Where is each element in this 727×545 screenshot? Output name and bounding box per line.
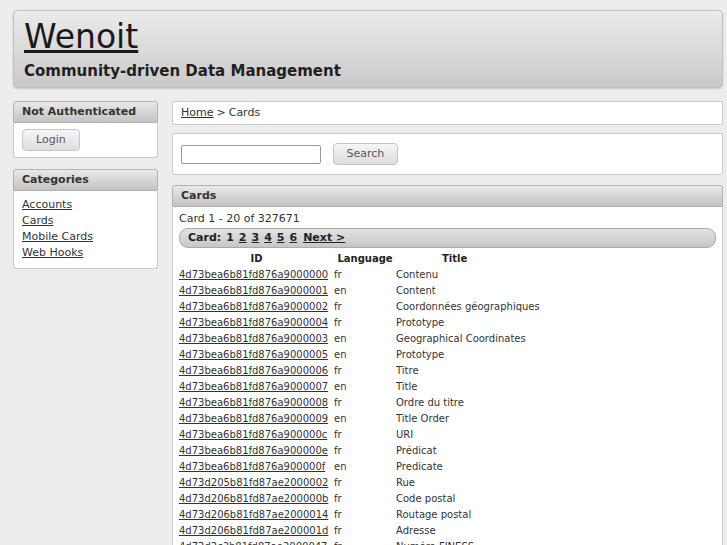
table-row: 4d73bea6b81fd876a9000008frOrdre du titre [179,394,581,410]
card-language: fr [334,266,396,282]
table-row: 4d73d206b81fd87ae200001dfrAdresse [179,522,581,538]
pagination-next-link[interactable]: Next > [303,231,345,244]
card-language: fr [334,362,396,378]
auth-panel-body: Login [13,123,158,158]
search-bar: Search [172,133,723,175]
card-language: en [334,458,396,474]
card-id-link[interactable]: 4d73d2c2b81fd87ae2000047 [179,541,328,545]
card-id-link[interactable]: 4d73bea6b81fd876a900000e [179,445,328,456]
card-id-link[interactable]: 4d73bea6b81fd876a9000007 [179,381,328,392]
breadcrumb-separator: > [216,106,225,119]
table-row: 4d73bea6b81fd876a9000005enPrototype [179,346,581,362]
card-language: fr [334,298,396,314]
cards-table-body: 4d73bea6b81fd876a9000000frContenu4d73bea… [179,266,581,545]
card-language: fr [334,442,396,458]
breadcrumb-home-link[interactable]: Home [181,106,213,119]
card-id-link[interactable]: 4d73bea6b81fd876a9000000 [179,269,328,280]
categories-list: AccountsCardsMobile CardsWeb Hooks [13,191,158,269]
card-language: en [334,282,396,298]
pagination: Card:123456Next > [179,228,716,248]
table-row: 4d73bea6b81fd876a9000001enContent [179,282,581,298]
search-input[interactable] [181,145,321,164]
cards-table-header-row: ID Language Title [179,250,581,266]
card-title: Prototype [396,314,581,330]
table-row: 4d73bea6b81fd876a9000003enGeographical C… [179,330,581,346]
card-id-link[interactable]: 4d73bea6b81fd876a9000002 [179,301,328,312]
column-header-language: Language [334,250,396,266]
pagination-current-page: 1 [226,231,234,244]
table-row: 4d73bea6b81fd876a9000000frContenu [179,266,581,282]
card-title: Content [396,282,581,298]
sidebar-item-mobile-cards[interactable]: Mobile Cards [22,230,149,243]
categories-panel: Categories AccountsCardsMobile CardsWeb … [13,169,158,269]
card-id-link[interactable]: 4d73bea6b81fd876a9000003 [179,333,328,344]
card-title: URI [396,426,581,442]
sidebar-item-accounts[interactable]: Accounts [22,198,149,211]
breadcrumb-current: Cards [229,106,260,119]
card-id-link[interactable]: 4d73bea6b81fd876a9000004 [179,317,328,328]
card-title: Titre [396,362,581,378]
card-language: fr [334,426,396,442]
categories-panel-title: Categories [13,169,158,191]
cards-table: ID Language Title 4d73bea6b81fd876a90000… [179,250,581,545]
table-row: 4d73d206b81fd87ae2000014frRoutage postal [179,506,581,522]
card-id-link[interactable]: 4d73bea6b81fd876a9000009 [179,413,328,424]
card-title: Title Order [396,410,581,426]
table-row: 4d73bea6b81fd876a9000002frCoordonnées gé… [179,298,581,314]
table-row: 4d73bea6b81fd876a9000007enTitle [179,378,581,394]
card-id-link[interactable]: 4d73bea6b81fd876a9000008 [179,397,328,408]
card-language: fr [334,538,396,545]
pagination-label: Card: [188,231,221,244]
card-id-link[interactable]: 4d73d206b81fd87ae200001d [179,525,328,536]
auth-panel: Not Authenticated Login [13,101,158,158]
card-id-link[interactable]: 4d73d206b81fd87ae2000014 [179,509,328,520]
card-title: Coordonnées géographiques [396,298,581,314]
card-title: Numéro FINESS [396,538,581,545]
cards-count: Card 1 - 20 of 327671 [179,211,716,228]
table-row: 4d73bea6b81fd876a900000fenPredicate [179,458,581,474]
card-language: fr [334,474,396,490]
app-title-link[interactable]: Wenoit [24,17,138,57]
page: Wenoit Community-driven Data Management … [0,0,727,545]
column-header-id: ID [179,250,334,266]
sidebar-item-web-hooks[interactable]: Web Hooks [22,246,149,259]
app-subtitle: Community-driven Data Management [24,62,712,80]
table-row: 4d73d206b81fd87ae200000bfrCode postal [179,490,581,506]
card-title: Ordre du titre [396,394,581,410]
pagination-page-4-link[interactable]: 4 [264,231,272,244]
search-button[interactable]: Search [333,143,399,165]
pagination-pages: 23456 [234,231,297,244]
card-title: Contenu [396,266,581,282]
auth-panel-title: Not Authenticated [13,101,158,123]
card-language: fr [334,490,396,506]
card-title: Adresse [396,522,581,538]
card-title: Title [396,378,581,394]
pagination-page-3-link[interactable]: 3 [252,231,260,244]
card-language: en [334,330,396,346]
sidebar-item-cards[interactable]: Cards [22,214,149,227]
card-id-link[interactable]: 4d73bea6b81fd876a9000005 [179,349,328,360]
column-header-title: Title [396,250,581,266]
table-row: 4d73d205b81fd87ae2000002frRue [179,474,581,490]
table-row: 4d73bea6b81fd876a9000009enTitle Order [179,410,581,426]
pagination-page-2-link[interactable]: 2 [239,231,247,244]
card-id-link[interactable]: 4d73bea6b81fd876a900000f [179,461,325,472]
card-id-link[interactable]: 4d73bea6b81fd876a900000c [179,429,327,440]
cards-panel-title: Cards [172,185,723,207]
table-row: 4d73bea6b81fd876a900000cfrURI [179,426,581,442]
card-id-link[interactable]: 4d73d206b81fd87ae200000b [179,493,328,504]
card-id-link[interactable]: 4d73bea6b81fd876a9000001 [179,285,328,296]
card-language: en [334,378,396,394]
card-id-link[interactable]: 4d73bea6b81fd876a9000006 [179,365,328,376]
main-content: Home>Cards Search Cards Card 1 - 20 of 3… [172,101,723,545]
card-title: Prédicat [396,442,581,458]
card-title: Rue [396,474,581,490]
table-row: 4d73bea6b81fd876a9000004frPrototype [179,314,581,330]
sidebar: Not Authenticated Login Categories Accou… [13,101,158,280]
card-id-link[interactable]: 4d73d205b81fd87ae2000002 [179,477,328,488]
pagination-page-5-link[interactable]: 5 [277,231,285,244]
login-button[interactable]: Login [22,129,80,151]
table-row: 4d73d2c2b81fd87ae2000047frNuméro FINESS [179,538,581,545]
pagination-page-6-link[interactable]: 6 [289,231,297,244]
table-row: 4d73bea6b81fd876a900000efrPrédicat [179,442,581,458]
